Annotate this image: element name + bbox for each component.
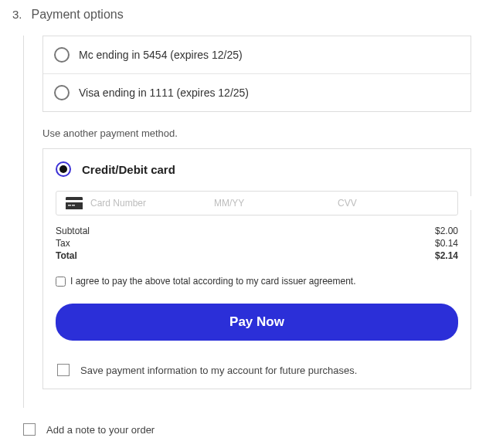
add-note-checkbox[interactable] — [23, 423, 36, 436]
radio-icon — [54, 47, 70, 63]
save-payment-checkbox[interactable] — [57, 364, 70, 376]
saved-card-option-visa[interactable]: Visa ending in 1111 (expires 12/25) — [43, 74, 471, 111]
card-cvv-input[interactable] — [338, 196, 454, 210]
tax-label: Tax — [56, 238, 70, 249]
cc-title: Credit/Debit card — [82, 163, 175, 176]
radio-icon — [56, 161, 71, 177]
alt-payment-text: Use another payment method. — [42, 127, 471, 139]
svg-rect-6 — [68, 205, 71, 206]
saved-card-option-mc[interactable]: Mc ending in 5454 (expires 12/25) — [43, 36, 471, 74]
cc-option-row[interactable]: Credit/Debit card — [56, 161, 458, 177]
payment-section-body: Mc ending in 5454 (expires 12/25) Visa e… — [23, 36, 471, 408]
subtotal-row: Subtotal $2.00 — [56, 225, 458, 237]
order-totals: Subtotal $2.00 Tax $0.14 Total $2.14 — [56, 225, 458, 262]
card-expiry-input[interactable] — [214, 196, 330, 210]
saved-cards-list: Mc ending in 5454 (expires 12/25) Visa e… — [42, 36, 471, 112]
agree-label: I agree to pay the above total according… — [70, 276, 356, 287]
svg-rect-7 — [72, 205, 75, 206]
card-number-input[interactable] — [90, 196, 206, 210]
add-note-label: Add a note to your order — [46, 424, 155, 436]
svg-rect-4 — [66, 197, 83, 200]
saved-card-label: Visa ending in 1111 (expires 12/25) — [79, 87, 249, 99]
step-number: 3. — [12, 8, 22, 21]
section-header: 3. Payment options — [12, 8, 471, 22]
total-row: Total $2.14 — [56, 249, 458, 262]
add-note-row[interactable]: Add a note to your order — [23, 423, 471, 436]
pay-now-button[interactable]: Pay Now — [56, 304, 458, 341]
save-payment-row[interactable]: Save payment information to my account f… — [56, 364, 458, 376]
subtotal-label: Subtotal — [56, 226, 90, 236]
save-payment-label: Save payment information to my account f… — [80, 365, 357, 376]
svg-rect-2 — [66, 200, 83, 202]
radio-icon — [54, 85, 70, 100]
credit-card-panel: Credit/Debit card — [42, 148, 471, 389]
credit-card-icon — [66, 197, 83, 209]
saved-card-label: Mc ending in 5454 (expires 12/25) — [79, 49, 243, 61]
cc-input-row — [56, 191, 458, 216]
tax-value: $0.14 — [435, 238, 458, 249]
agree-checkbox-row[interactable]: I agree to pay the above total according… — [56, 276, 458, 287]
tax-row: Tax $0.14 — [56, 237, 458, 249]
card-zip-input[interactable] — [461, 196, 479, 210]
total-value: $2.14 — [435, 250, 458, 261]
subtotal-value: $2.00 — [435, 226, 458, 236]
total-label: Total — [56, 250, 77, 261]
agree-checkbox[interactable] — [56, 277, 66, 287]
step-title: Payment options — [32, 8, 124, 22]
